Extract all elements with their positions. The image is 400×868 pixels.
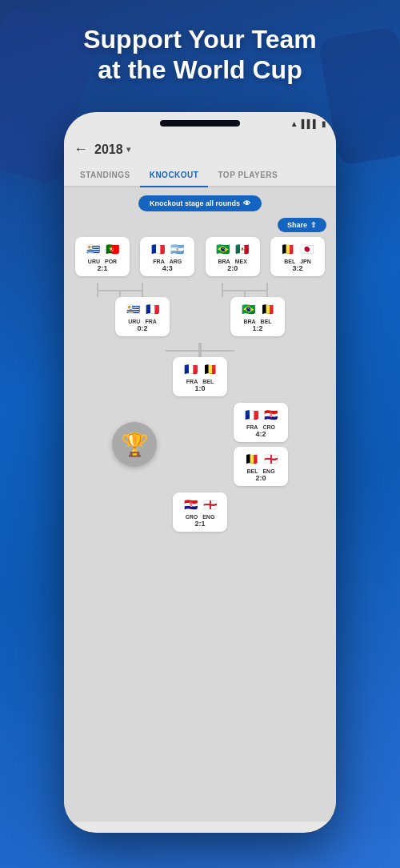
third-place-matches: 🇫🇷 🇭🇷 FRA CRO 4:2 🇧🇪 xyxy=(234,403,288,486)
flag-fra: 🇫🇷 xyxy=(150,241,166,257)
flag-bel-final: 🇧🇪 xyxy=(202,361,218,377)
flag-eng-3rd: 🏴󠁧󠁢󠁥󠁮󠁧󠁿 xyxy=(262,451,278,467)
header-title: Support Your Team at the World Cup xyxy=(32,24,368,86)
battery-icon: ▮ xyxy=(322,119,326,128)
winner-row: 🇭🇷 🏴󠁧󠁢󠁥󠁮󠁧󠁿 CRO ENG 2:1 xyxy=(74,492,326,532)
flag-bra-sf: 🇧🇷 xyxy=(240,301,256,317)
semifinals-row: 🇺🇾 🇫🇷 URU FRA 0:2 🇧🇷 🇧🇪 xyxy=(74,297,326,336)
share-icon: ⇧ xyxy=(310,221,317,229)
knockout-badge[interactable]: Knockout stage all rounds 👁 xyxy=(138,195,262,211)
qf-match-1: 🇺🇾 🇵🇹 URU POR 2:1 xyxy=(75,237,130,276)
flag-por: 🇵🇹 xyxy=(104,241,120,257)
flag-jpn: 🇯🇵 xyxy=(299,241,315,257)
flag-fra-final: 🇫🇷 xyxy=(182,361,198,377)
flag-mex: 🇲🇽 xyxy=(234,241,250,257)
tab-knockout[interactable]: KNOCKOUT xyxy=(140,164,209,187)
signal-icon: ▌▌▌ xyxy=(302,119,318,128)
eye-icon: 👁 xyxy=(243,199,250,207)
flag-fra-sf: 🇫🇷 xyxy=(144,301,160,317)
sf-match-1: 🇺🇾 🇫🇷 URU FRA 0:2 xyxy=(115,297,170,336)
phone-notch xyxy=(160,120,240,127)
flag-cro-3rd: 🇭🇷 xyxy=(262,407,278,423)
final-match: 🇫🇷 🇧🇪 FRA BEL 1:0 xyxy=(173,357,227,396)
flag-bel-3rd: 🇧🇪 xyxy=(243,451,259,467)
year-caret-icon: ▾ xyxy=(126,145,130,154)
year-selector[interactable]: 2018 ▾ xyxy=(94,143,130,157)
flag-eng-winner: 🏴󠁧󠁢󠁥󠁮󠁧󠁿 xyxy=(202,496,218,512)
content-area: Knockout stage all rounds 👁 Share ⇧ 🇺🇾 🇵… xyxy=(64,187,336,822)
wifi-icon: ▲ xyxy=(290,119,298,128)
app-screen: ← 2018 ▾ STANDINGS KNOCKOUT TOP PLAYERS … xyxy=(64,135,336,833)
phone-frame: ▲ ▌▌▌ ▮ ← 2018 ▾ STANDINGS KNOCKOUT TOP … xyxy=(64,112,336,833)
nav-bar: ← 2018 ▾ xyxy=(64,135,336,164)
final-row: 🇫🇷 🇧🇪 FRA BEL 1:0 xyxy=(74,357,326,396)
share-button[interactable]: Share ⇧ xyxy=(278,218,326,232)
third-place-match-1: 🇫🇷 🇭🇷 FRA CRO 4:2 xyxy=(234,403,288,442)
bracket-container: 🇺🇾 🇵🇹 URU POR 2:1 🇫🇷 🇦🇷 xyxy=(70,237,330,532)
flag-fra-3rd: 🇫🇷 xyxy=(243,407,259,423)
tab-standings[interactable]: STANDINGS xyxy=(70,164,140,187)
flag-arg: 🇦🇷 xyxy=(169,241,185,257)
back-button[interactable]: ← xyxy=(74,141,88,158)
flag-cro-winner: 🇭🇷 xyxy=(182,496,198,512)
header-section: Support Your Team at the World Cup xyxy=(0,0,400,102)
flag-bra: 🇧🇷 xyxy=(215,241,231,257)
winner-match: 🇭🇷 🏴󠁧󠁢󠁥󠁮󠁧󠁿 CRO ENG 2:1 xyxy=(173,492,227,532)
third-place-match-2: 🇧🇪 🏴󠁧󠁢󠁥󠁮󠁧󠁿 BEL ENG 2:0 xyxy=(234,447,288,486)
flag-uru: 🇺🇾 xyxy=(85,241,101,257)
sf-match-2: 🇧🇷 🇧🇪 BRA BEL 1:2 xyxy=(230,297,285,336)
trophy-icon: 🏆 xyxy=(112,422,157,467)
qf-match-4: 🇧🇪 🇯🇵 BEL JPN 3:2 xyxy=(270,237,325,276)
quarterfinals-row: 🇺🇾 🇵🇹 URU POR 2:1 🇫🇷 🇦🇷 xyxy=(74,237,326,276)
qf-match-3: 🇧🇷 🇲🇽 BRA MEX 2:0 xyxy=(206,237,260,276)
sf-final-lines xyxy=(85,343,315,357)
flag-bel-sf: 🇧🇪 xyxy=(259,301,275,317)
tabs-container: STANDINGS KNOCKOUT TOP PLAYERS xyxy=(64,164,336,187)
flag-uru-sf: 🇺🇾 xyxy=(125,301,141,317)
third-place-section: 🏆 🇫🇷 🇭🇷 FRA CRO 4:2 xyxy=(74,403,326,486)
tab-top-players[interactable]: TOP PLAYERS xyxy=(208,164,287,187)
qf-match-2: 🇫🇷 🇦🇷 FRA ARG 4:3 xyxy=(140,237,194,276)
qf-sf-lines xyxy=(75,283,325,297)
flag-bel: 🇧🇪 xyxy=(280,241,296,257)
